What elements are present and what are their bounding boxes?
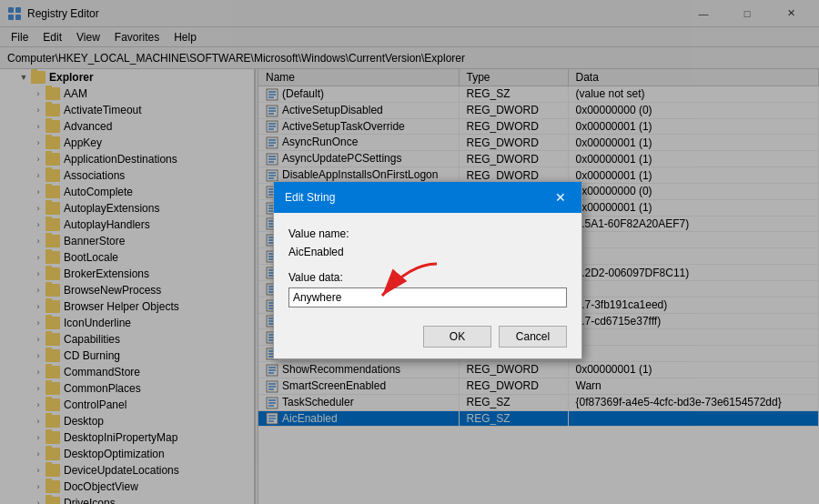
value-data-label: Value data: — [288, 271, 567, 284]
value-name-label: Value name: — [288, 227, 567, 240]
cancel-button[interactable]: Cancel — [499, 326, 567, 348]
dialog-close-button[interactable]: ✕ — [551, 187, 571, 207]
ok-button[interactable]: OK — [423, 326, 491, 348]
modal-overlay: Edit String ✕ Value name: AicEnabled Val… — [0, 0, 819, 504]
dialog-title-bar: Edit String ✕ — [274, 182, 581, 213]
edit-string-dialog: Edit String ✕ Value name: AicEnabled Val… — [273, 181, 582, 359]
value-name-display: AicEnabled — [288, 244, 567, 260]
dialog-body: Value name: AicEnabled Value data: — [274, 213, 581, 318]
value-data-input[interactable] — [288, 287, 567, 307]
dialog-title: Edit String — [285, 191, 335, 204]
dialog-buttons: OK Cancel — [274, 318, 581, 358]
